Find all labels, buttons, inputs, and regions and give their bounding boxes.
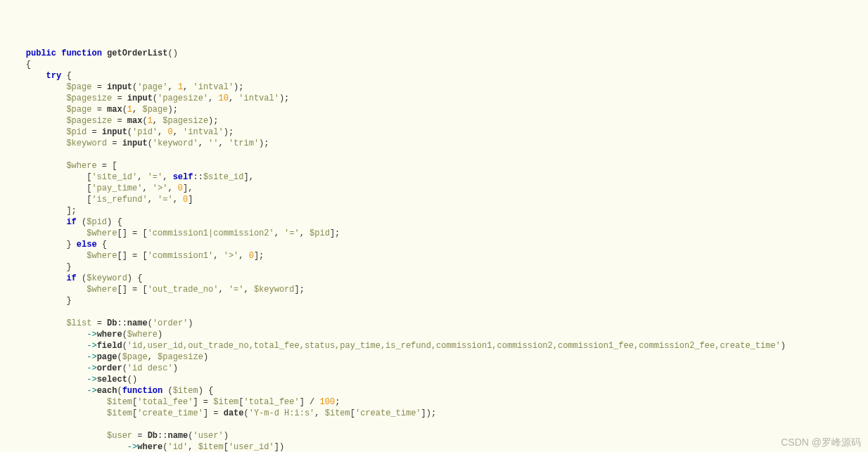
watermark: CSDN @罗峰源码 [781,437,861,448]
code-block: public function getOrderList() { try { $… [6,48,862,452]
